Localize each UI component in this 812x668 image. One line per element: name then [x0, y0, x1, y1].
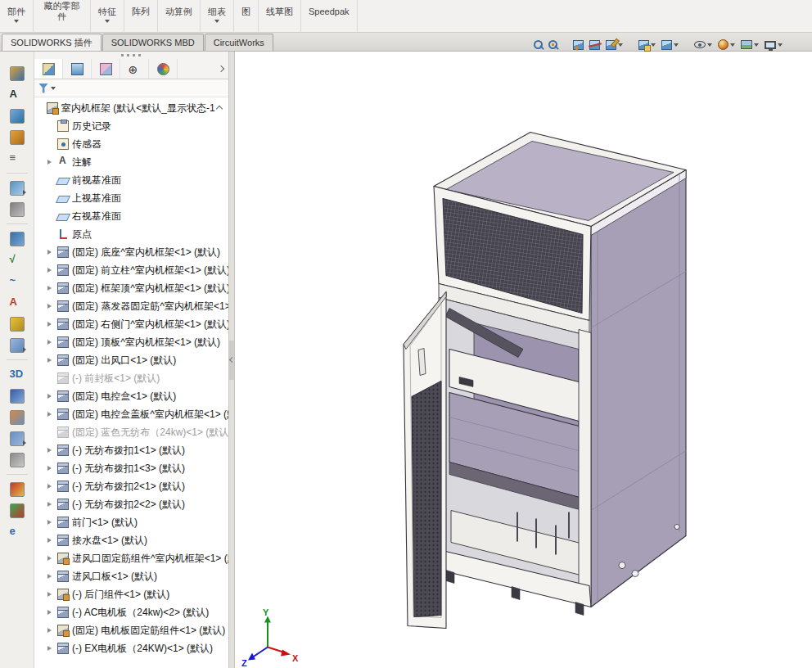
chevron-down-icon[interactable]	[778, 43, 783, 49]
expand-arrow-icon[interactable]	[47, 556, 57, 561]
panel-tabs-overflow-button[interactable]	[214, 59, 228, 79]
expand-arrow-icon[interactable]	[47, 178, 57, 183]
expand-arrow-icon[interactable]	[47, 646, 57, 651]
dimxpertmanager-tab[interactable]: ⊕	[120, 59, 149, 79]
tree-filter[interactable]	[34, 79, 228, 97]
features-tool[interactable]	[3, 63, 31, 84]
previous-view-button[interactable]	[571, 39, 585, 51]
edrawings-tool[interactable]: e	[3, 521, 31, 542]
tree-item-right-plane[interactable]: 右视基准面	[34, 207, 228, 225]
tree-item[interactable]: (固定) 顶板^室内机框架<1> (默认)	[34, 333, 228, 351]
tree-item-history[interactable]: 历史记录	[34, 117, 228, 135]
expand-arrow-icon[interactable]	[47, 322, 57, 327]
chevron-down-icon[interactable]	[707, 43, 712, 49]
expand-arrow-icon[interactable]	[47, 628, 57, 633]
tree-item-annotations[interactable]: 注解	[34, 153, 228, 171]
view-settings-button[interactable]	[763, 39, 784, 50]
expand-arrow-icon[interactable]	[47, 592, 57, 597]
tree-item[interactable]: (固定) 框架顶^室内机框架<1> (默认)	[34, 279, 228, 297]
tree-item[interactable]: (固定) 右侧门^室内机框架<1> (默认)	[34, 315, 228, 333]
expand-arrow-icon[interactable]	[47, 394, 57, 399]
tree-item[interactable]: (固定) 前立柱^室内机框架<1> (默认)	[34, 261, 228, 279]
cabinet-model[interactable]	[404, 133, 686, 629]
featuremanager-tab[interactable]	[34, 59, 63, 79]
tree-item[interactable]: (固定) 电控盒盖板^室内机框架<1> (默认)	[34, 405, 228, 423]
expand-arrow-icon[interactable]	[47, 340, 57, 345]
table-tool[interactable]	[3, 335, 31, 355]
chevron-down-icon[interactable]	[618, 43, 623, 49]
collapse-pane-button[interactable]	[214, 102, 225, 113]
graphics-viewport[interactable]: Y X Z	[235, 52, 812, 668]
ribbon-group-components[interactable]: 部件	[0, 0, 34, 32]
tree-item[interactable]: (-) EX电机板（24KW)<1> (默认)	[34, 639, 228, 657]
zoom-to-fit-button[interactable]	[532, 39, 544, 50]
ribbon-group-features[interactable]: 特征	[91, 0, 124, 32]
expand-arrow-icon[interactable]	[47, 358, 57, 363]
section-view-button[interactable]	[588, 39, 602, 51]
tree-item[interactable]: (-) AC电机板（24kw)<2> (默认)	[34, 603, 228, 621]
expand-arrow-icon[interactable]	[47, 304, 57, 309]
expand-arrow-icon[interactable]	[47, 502, 57, 507]
expand-arrow-icon[interactable]	[47, 376, 57, 381]
tab-solidworks-addins[interactable]: SOLIDWORKS 插件	[2, 34, 102, 51]
expand-arrow-icon[interactable]	[47, 124, 57, 129]
tree-item[interactable]: (-) 无纺布拨扣1<3> (默认)	[34, 459, 228, 477]
splitter-collapse-handle[interactable]	[229, 341, 234, 380]
display-style-button[interactable]	[660, 39, 680, 51]
ribbon-group-hidden-components[interactable]: 藏的零部件	[34, 0, 91, 32]
rotate-view-tool[interactable]	[3, 228, 31, 249]
equations-tool[interactable]: ≡	[3, 148, 31, 169]
expand-arrow-icon[interactable]	[47, 448, 57, 453]
tree-root-item[interactable]: 室内机框架 (默认<默认_显示状态-1	[34, 99, 228, 117]
tree-item[interactable]: (固定) 底座^室内机框架<1> (默认)	[34, 243, 228, 261]
3d-sketch-tool[interactable]: 3D	[3, 364, 31, 385]
move-component-tool[interactable]	[3, 199, 31, 219]
3d-model-view[interactable]: Y X Z	[235, 52, 812, 668]
tree-item-top-plane[interactable]: 上视基准面	[34, 189, 228, 207]
spline-tool[interactable]: ~	[3, 271, 31, 291]
expand-arrow-icon[interactable]	[47, 196, 57, 201]
simulation-tool[interactable]	[3, 479, 31, 499]
display-state-tool[interactable]	[3, 428, 31, 449]
tree-item[interactable]: (-) 无纺布拨扣2<1> (默认)	[34, 477, 228, 495]
tree-item[interactable]: (固定) 蓝色无纺布（24kw)<1> (默认)	[34, 423, 228, 441]
chevron-down-icon[interactable]	[754, 43, 759, 49]
text-tool[interactable]: A	[3, 292, 31, 313]
ribbon-group-explode-sketch[interactable]: 线草图	[259, 0, 301, 32]
tree-item-origin[interactable]: 原点	[34, 225, 228, 243]
surfaces-tool[interactable]	[3, 106, 31, 126]
open-door[interactable]	[404, 292, 446, 629]
tab-solidworks-mbd[interactable]: SOLIDWORKS MBD	[102, 34, 204, 51]
expand-arrow-icon[interactable]	[47, 142, 57, 147]
design-library-tool[interactable]	[3, 386, 31, 406]
expand-arrow-icon[interactable]	[47, 430, 57, 435]
annotation-tool[interactable]: A	[3, 84, 31, 105]
tree-item[interactable]: 前门<1> (默认)	[34, 513, 228, 531]
expand-arrow-icon[interactable]	[47, 160, 57, 165]
sheet-metal-tool[interactable]	[3, 127, 31, 147]
ribbon-group-motion-study[interactable]: 动算例	[158, 0, 201, 32]
propertymanager-tab[interactable]	[63, 59, 92, 79]
tree-item[interactable]: (固定) 电控盒<1> (默认)	[34, 387, 228, 405]
tree-item-front-plane[interactable]: 前视基准面	[34, 171, 228, 189]
expand-arrow-icon[interactable]	[47, 268, 57, 273]
tree-item[interactable]: (-) 后门组件<1> (默认)	[34, 585, 228, 603]
hide-show-items-button[interactable]	[692, 39, 714, 50]
expand-arrow-icon[interactable]	[47, 250, 57, 255]
panel-splitter[interactable]	[229, 52, 235, 668]
exploded-view-tool[interactable]	[3, 407, 31, 427]
tree-item[interactable]: 进风口固定筋组件^室内机框架<1> (默认)	[34, 549, 228, 567]
displaymanager-tab[interactable]	[149, 59, 178, 79]
apply-scene-button[interactable]	[739, 39, 760, 50]
expand-arrow-icon[interactable]	[47, 214, 57, 219]
sketch-check-tool[interactable]: √	[3, 250, 31, 270]
tree-item[interactable]: (-) 前封板<1> (默认)	[34, 369, 228, 387]
panel-drag-handle[interactable]	[34, 52, 228, 59]
trim-tool[interactable]	[3, 449, 31, 470]
edit-appearance-button[interactable]	[716, 38, 737, 51]
tree-item-sensors[interactable]: 传感器	[34, 135, 228, 153]
zoom-to-area-button[interactable]	[547, 39, 559, 50]
chevron-down-icon[interactable]	[730, 43, 735, 49]
ribbon-group-speedpak[interactable]: Speedpak	[301, 0, 358, 32]
ribbon-group-exploded-view[interactable]: 图	[234, 0, 259, 32]
